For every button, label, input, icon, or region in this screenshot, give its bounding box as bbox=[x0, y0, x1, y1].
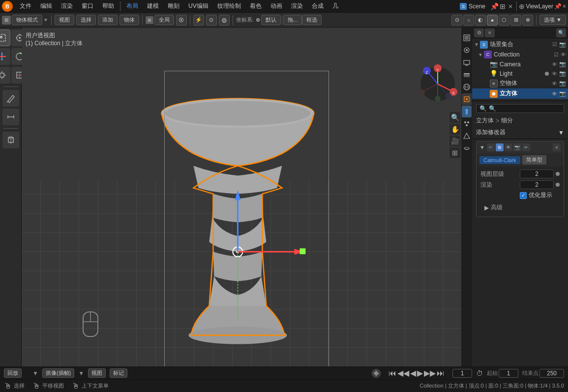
collection-vis-toggle[interactable]: ☑ bbox=[554, 52, 559, 58]
menu-texture-paint[interactable]: 纹理绘制 bbox=[213, 1, 245, 11]
menu-help[interactable]: 帮助 bbox=[98, 1, 118, 11]
transform-global-btn[interactable]: 全局 bbox=[154, 15, 174, 25]
overlay-btn[interactable]: ⊞ bbox=[510, 15, 521, 26]
props-icon-particles[interactable] bbox=[462, 118, 472, 130]
props-icon-output[interactable] bbox=[462, 56, 472, 68]
nav-gizmo[interactable]: Y X Z bbox=[418, 64, 457, 104]
window-icon[interactable]: ⊞ bbox=[500, 2, 506, 10]
scene-visibility-toggle[interactable]: ☑ bbox=[552, 41, 557, 48]
mod-realtime-icon[interactable]: 👁 bbox=[505, 143, 512, 151]
props-icon-view-layer[interactable] bbox=[462, 69, 472, 81]
jump-start-btn[interactable]: ⏮ bbox=[389, 369, 396, 378]
props-icon-physics[interactable] bbox=[462, 130, 472, 142]
select-mode-btn[interactable]: 框选 bbox=[302, 15, 322, 25]
empty-vis[interactable]: 👁 bbox=[552, 81, 557, 86]
collection-toggle[interactable]: ▼ bbox=[478, 52, 482, 57]
prop-render-value[interactable]: 2 bbox=[520, 180, 554, 189]
props-icon-world[interactable] bbox=[462, 81, 472, 93]
tree-item-light[interactable]: ▶ 💡 Light 👁 📷 bbox=[472, 69, 568, 78]
pin-icon[interactable]: 📌 bbox=[490, 2, 499, 10]
menu-render[interactable]: 渲染 bbox=[57, 1, 77, 11]
panel-list-icon[interactable]: ≡ bbox=[485, 28, 495, 37]
props-icon-constraints[interactable] bbox=[462, 142, 472, 154]
menu-edit[interactable]: 编辑 bbox=[36, 1, 56, 11]
play-btn[interactable]: ▶ bbox=[417, 368, 423, 378]
cube-render[interactable]: 📷 bbox=[559, 90, 566, 97]
cube-vis[interactable]: 👁 bbox=[552, 91, 557, 97]
viewlayer-icon[interactable]: ⊕ bbox=[519, 2, 525, 10]
tool-annotate[interactable] bbox=[2, 90, 19, 107]
empty-render[interactable]: 📷 bbox=[559, 80, 566, 86]
prop-view-dot[interactable] bbox=[556, 172, 560, 176]
menu-window[interactable]: 窗口 bbox=[78, 1, 97, 11]
camera-render[interactable]: 📷 bbox=[559, 61, 566, 67]
camera-tool[interactable]: 🎥 bbox=[449, 136, 460, 146]
marker-btn[interactable]: 标记 bbox=[110, 368, 127, 378]
playback-btn[interactable]: 回放 bbox=[4, 368, 22, 378]
prev-frame-btn[interactable]: ◀ bbox=[410, 368, 416, 378]
light-vis[interactable]: 👁 bbox=[552, 71, 557, 77]
grid-tool[interactable]: ⊞ bbox=[449, 147, 460, 158]
tool-move[interactable] bbox=[0, 48, 10, 65]
viewport-shading-4[interactable]: ⬡ bbox=[499, 15, 509, 26]
tool-add-cube[interactable] bbox=[2, 132, 19, 148]
viewport-shading-2[interactable]: ◐ bbox=[475, 15, 486, 26]
viewlayer-pin[interactable]: 📌 bbox=[554, 3, 562, 10]
end-frame-input[interactable] bbox=[539, 369, 564, 378]
prop-render-dot[interactable] bbox=[556, 183, 560, 187]
tool-select-box[interactable] bbox=[0, 29, 10, 46]
mode-selector[interactable]: ⊞ 物体模式 ▼ bbox=[2, 15, 48, 25]
options-btn[interactable]: 选项 ▼ bbox=[539, 15, 566, 25]
start-frame-input[interactable] bbox=[499, 369, 518, 378]
panel-search-icon[interactable]: 🔍 bbox=[556, 28, 566, 37]
blender-logo[interactable]: B bbox=[2, 1, 13, 12]
menu-sculpt[interactable]: 雕刻 bbox=[164, 1, 183, 11]
panel-settings-icon[interactable]: ⚙ bbox=[474, 28, 484, 37]
view-btn[interactable]: 视图 bbox=[55, 15, 74, 25]
interp-btn[interactable]: 抓像(插帧) bbox=[42, 368, 74, 378]
scene-render-toggle[interactable]: 📷 bbox=[559, 41, 566, 48]
menu-uv[interactable]: UV编辑 bbox=[184, 1, 212, 11]
snap-type[interactable]: ⊙ bbox=[206, 15, 217, 26]
tool-measure[interactable] bbox=[2, 109, 19, 125]
snap-icon[interactable]: ⚡ bbox=[193, 15, 204, 26]
next-keyframe-btn[interactable]: ⏭ bbox=[437, 369, 445, 378]
mod-edit-icon[interactable]: ✏ bbox=[487, 143, 495, 151]
menu-render2[interactable]: 渲染 bbox=[287, 1, 307, 11]
prop-view-value[interactable]: 2 bbox=[520, 169, 554, 178]
gizmo-btn[interactable]: ⊕ bbox=[522, 15, 533, 26]
add-btn[interactable]: 添加 bbox=[98, 15, 118, 25]
viewport-shading-1[interactable]: ○ bbox=[463, 15, 474, 26]
mod-catmull-btn[interactable]: Catmull-Clark bbox=[479, 156, 520, 164]
scene-tree-toggle[interactable]: ▼ bbox=[474, 42, 478, 47]
menu-layout[interactable]: 布局 bbox=[122, 1, 142, 11]
menu-compositing[interactable]: 合成 bbox=[308, 1, 328, 11]
timer-icon[interactable]: ⏱ bbox=[476, 369, 483, 377]
menu-shading[interactable]: 着色 bbox=[246, 1, 266, 11]
drag-mode-btn[interactable]: 拖... bbox=[283, 15, 302, 25]
collection-row[interactable]: ▼ C Collection ☑ 👁 bbox=[472, 50, 568, 59]
scene-collection-row[interactable]: ▼ S 场景集合 ☑ 📷 bbox=[472, 39, 568, 50]
keyframe-marker[interactable] bbox=[372, 369, 381, 378]
mod-type-icon-active[interactable]: ⊞ bbox=[496, 143, 504, 151]
object-btn[interactable]: 物体 bbox=[120, 15, 139, 25]
props-icon-scene[interactable] bbox=[462, 32, 472, 44]
collection-render-toggle[interactable]: 👁 bbox=[561, 52, 566, 57]
menu-animation[interactable]: 动画 bbox=[267, 1, 286, 11]
mod-editmode-icon[interactable]: ✏ bbox=[522, 143, 530, 151]
tool-scale[interactable] bbox=[0, 67, 10, 84]
modifier-search-bar[interactable]: 🔍 bbox=[476, 104, 564, 113]
next-frame-btn[interactable]: ▶▶ bbox=[424, 368, 436, 378]
coord-default-btn[interactable]: 默认 bbox=[261, 15, 281, 25]
view-btn-timeline[interactable]: 视图 bbox=[88, 368, 106, 378]
light-render[interactable]: 📷 bbox=[559, 70, 566, 77]
add-modifier-btn[interactable]: 添加修改器 ▼ bbox=[472, 126, 568, 139]
mod-header-toggle[interactable]: ▼ bbox=[479, 144, 485, 150]
advanced-row[interactable]: ▶ 高级 bbox=[480, 201, 560, 214]
tree-item-camera[interactable]: ▶ 📷 Camera 👁 📷 bbox=[472, 59, 568, 69]
mode-btn[interactable]: 物体模式 bbox=[12, 15, 42, 25]
menu-modeling[interactable]: 建模 bbox=[143, 1, 163, 11]
zoom-in-tool[interactable]: 🔍 bbox=[449, 112, 460, 123]
proportional-edit[interactable]: ⊚ bbox=[219, 15, 230, 26]
mod-simple-btn[interactable]: 简单型 bbox=[522, 155, 546, 165]
